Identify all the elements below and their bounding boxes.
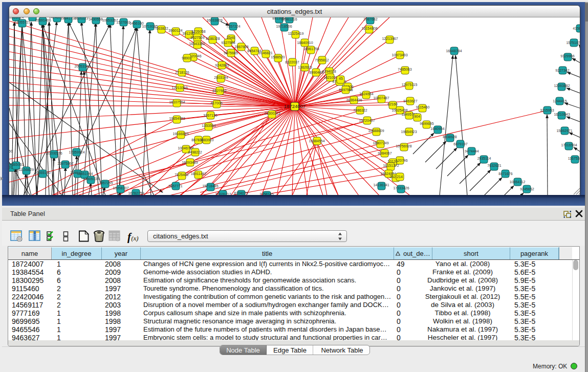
svg-text:17016504: 17016504 (561, 143, 577, 147)
svg-text:8186328: 8186328 (206, 37, 220, 40)
svg-text:16911447: 16911447 (191, 172, 207, 176)
svg-text:3960124: 3960124 (168, 29, 182, 32)
svg-text:3624554: 3624554 (359, 92, 373, 96)
svg-text:12093882: 12093882 (554, 84, 570, 87)
svg-text:5875685: 5875685 (224, 51, 237, 55)
svg-text:8471676: 8471676 (498, 172, 512, 176)
svg-text:17333426: 17333426 (393, 186, 409, 190)
svg-text:417006: 417006 (210, 101, 222, 105)
svg-text:2718126: 2718126 (175, 71, 189, 74)
svg-text:16154808: 16154808 (361, 27, 377, 30)
svg-text:14385061: 14385061 (9, 163, 24, 166)
svg-text:10973493: 10973493 (391, 53, 407, 57)
svg-text:11866024: 11866024 (9, 17, 24, 19)
svg-text:8322037: 8322037 (285, 60, 299, 64)
svg-text:5226058: 5226058 (191, 30, 205, 33)
svg-text:9474444: 9474444 (465, 149, 478, 153)
svg-text:19654983: 19654983 (169, 117, 185, 120)
svg-text:16543362: 16543362 (189, 42, 205, 46)
svg-text:9699695: 9699695 (420, 122, 433, 125)
svg-text:18640910: 18640910 (297, 41, 313, 45)
svg-text:9498222: 9498222 (188, 150, 202, 154)
svg-text:1640954: 1640954 (430, 127, 444, 130)
svg-text:3883910: 3883910 (200, 138, 213, 142)
svg-text:6879197: 6879197 (453, 142, 467, 146)
svg-text:2803144: 2803144 (214, 76, 228, 79)
svg-text:9227342: 9227342 (555, 69, 569, 72)
svg-text:11156829: 11156829 (18, 168, 34, 171)
svg-text:12975115: 12975115 (402, 83, 418, 86)
svg-text:12213369: 12213369 (171, 86, 187, 90)
svg-text:18724007: 18724007 (284, 103, 306, 109)
svg-text:14055721: 14055721 (14, 20, 30, 24)
svg-text:14136141: 14136141 (373, 183, 389, 187)
svg-text:12505135: 12505135 (83, 177, 99, 181)
svg-text:62160: 62160 (387, 102, 398, 106)
svg-text:17359924: 17359924 (69, 150, 84, 154)
svg-text:15692971: 15692971 (556, 129, 572, 133)
svg-text:6061658: 6061658 (25, 17, 39, 18)
svg-text:8990448: 8990448 (309, 71, 323, 74)
svg-text:904: 904 (414, 115, 420, 118)
svg-text:26260150: 26260150 (9, 149, 13, 153)
svg-text:15718485: 15718485 (202, 184, 218, 188)
svg-text:20364436: 20364436 (346, 98, 362, 102)
svg-text:1362615: 1362615 (298, 65, 312, 69)
svg-text:9084067: 9084067 (378, 151, 391, 155)
svg-text:2620223: 2620223 (74, 17, 88, 20)
svg-text:20053346: 20053346 (74, 64, 90, 68)
svg-text:6497568: 6497568 (339, 88, 353, 92)
svg-text:2087682: 2087682 (363, 17, 377, 21)
svg-text:1353594: 1353594 (202, 124, 215, 127)
svg-text:10958107: 10958107 (113, 186, 128, 190)
svg-text:18807249: 18807249 (373, 141, 388, 145)
svg-text:214: 214 (397, 175, 403, 179)
svg-text:20206576: 20206576 (46, 151, 62, 155)
svg-text:1527602: 1527602 (116, 20, 130, 24)
svg-text:8427552: 8427552 (212, 89, 226, 93)
svg-text:19384554: 19384554 (309, 139, 324, 143)
svg-text:2935114: 2935114 (477, 157, 491, 160)
svg-text:9327508: 9327508 (221, 41, 235, 45)
svg-text:9657771: 9657771 (168, 184, 182, 188)
svg-text:20691406: 20691406 (35, 18, 51, 22)
svg-text:1621072: 1621072 (323, 76, 337, 79)
svg-text:1167534: 1167534 (568, 157, 580, 160)
svg-text:3215953: 3215953 (540, 108, 554, 112)
svg-text:7357224: 7357224 (226, 25, 240, 28)
svg-text:9327509: 9327509 (190, 36, 204, 39)
svg-text:10807487: 10807487 (373, 96, 389, 100)
svg-text:16782759: 16782759 (128, 191, 144, 195)
svg-text:23975867: 23975867 (57, 162, 73, 165)
svg-text:10653267: 10653267 (102, 18, 118, 22)
svg-text:1588520: 1588520 (271, 55, 285, 59)
svg-text:7986322: 7986322 (353, 108, 367, 112)
svg-text:3267130: 3267130 (203, 114, 217, 117)
svg-text:16961758: 16961758 (303, 47, 319, 51)
svg-text:10688609: 10688609 (368, 129, 384, 133)
svg-text:16033809: 16033809 (206, 18, 222, 22)
svg-text:8204075: 8204075 (234, 191, 248, 195)
svg-text:9463627: 9463627 (403, 99, 417, 103)
svg-text:11325419: 11325419 (288, 32, 304, 35)
svg-text:98901: 98901 (182, 56, 192, 60)
svg-text:10756928: 10756928 (396, 144, 411, 148)
svg-text:12213967: 12213967 (382, 37, 398, 40)
svg-text:9146821: 9146821 (258, 51, 272, 55)
svg-text:16151372: 16151372 (383, 164, 399, 167)
svg-text:19218506: 19218506 (276, 25, 292, 28)
svg-text:9794028: 9794028 (322, 70, 336, 73)
svg-text:8938928: 8938928 (443, 135, 456, 139)
svg-text:19654923: 19654923 (401, 130, 417, 134)
svg-text:10654112: 10654112 (510, 180, 526, 184)
svg-text:9242845: 9242845 (215, 63, 229, 67)
svg-text:9115460: 9115460 (416, 105, 430, 109)
svg-text:21300213: 21300213 (264, 112, 280, 115)
svg-text:7485063: 7485063 (398, 68, 411, 71)
svg-text:16210643: 16210643 (554, 113, 570, 116)
svg-text:20555120: 20555120 (34, 171, 50, 174)
svg-text:18981216: 18981216 (281, 17, 297, 21)
svg-text:45: 45 (339, 77, 343, 80)
svg-text:19166825: 19166825 (172, 132, 188, 136)
svg-text:7955812: 7955812 (315, 58, 329, 62)
